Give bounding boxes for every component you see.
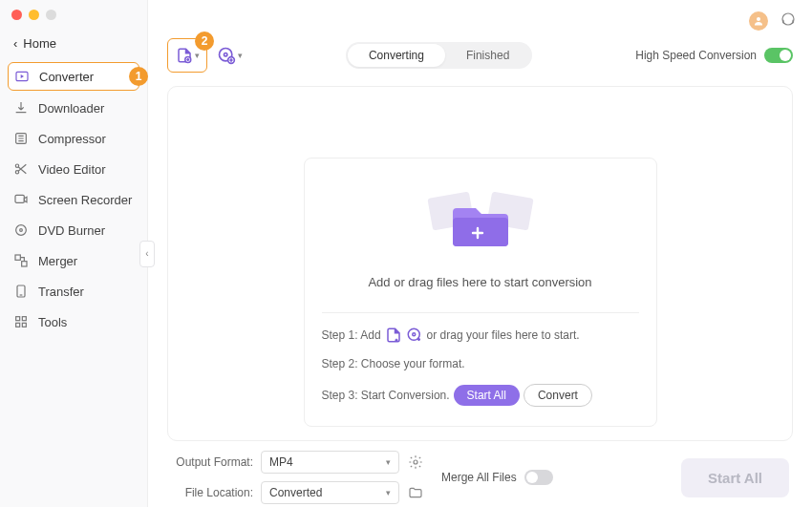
sidebar-item-dvd-burner[interactable]: DVD Burner <box>0 215 147 245</box>
file-location-row: File Location: Converted ▾ <box>171 481 424 504</box>
step1-pre: Step 1: Add <box>322 328 381 342</box>
steps-panel: Step 1: Add or drag your files here to s… <box>322 312 639 407</box>
svg-rect-13 <box>22 317 26 321</box>
chevron-down-icon: ▾ <box>238 51 243 60</box>
home-label: Home <box>23 36 56 51</box>
output-format-row: Output Format: MP4 ▾ <box>171 451 424 474</box>
output-format-label: Output Format: <box>171 455 253 469</box>
svg-point-8 <box>20 229 23 232</box>
sidebar-item-label: Merger <box>38 254 77 268</box>
sidebar-item-transfer[interactable]: Transfer <box>0 276 147 306</box>
annotation-badge-2: 2 <box>195 32 214 51</box>
main-area: ▾ ▾ Converting Finished High Speed Conve… <box>148 0 812 507</box>
merge-toggle[interactable] <box>524 470 553 485</box>
transfer-icon <box>13 284 29 299</box>
minimize-window-button[interactable] <box>29 10 39 20</box>
home-link[interactable]: ‹ Home <box>0 31 147 56</box>
svg-point-25 <box>414 460 417 464</box>
start-all-small-button[interactable]: Start All <box>454 385 520 406</box>
file-location-label: File Location: <box>171 486 253 499</box>
compressor-icon <box>13 131 29 146</box>
tools-icon <box>13 314 29 329</box>
merge-control: Merge All Files <box>441 470 553 485</box>
step1-post: or drag your files here to start. <box>427 328 580 342</box>
download-icon <box>13 100 29 116</box>
sidebar-item-video-editor[interactable]: Video Editor <box>0 154 147 184</box>
svg-rect-6 <box>15 195 24 202</box>
dropzone-text: Add or drag files here to start conversi… <box>322 275 639 289</box>
tab-finished[interactable]: Finished <box>445 44 530 67</box>
annotation-badge-1: 1 <box>129 67 148 86</box>
disc-add-icon <box>217 46 236 65</box>
high-speed-toggle[interactable] <box>764 48 793 63</box>
sidebar-item-label: Video Editor <box>38 162 106 177</box>
sidebar-item-tools[interactable]: Tools <box>0 306 147 337</box>
window-controls <box>11 10 56 20</box>
merge-label: Merge All Files <box>441 471 517 484</box>
chevron-left-icon: ‹ <box>13 36 17 51</box>
svg-rect-12 <box>16 317 20 321</box>
settings-icon[interactable] <box>407 454 424 471</box>
converter-icon <box>14 69 30 84</box>
svg-rect-15 <box>22 323 26 327</box>
sidebar: ‹ Home Converter 1 Downloader Compressor… <box>0 0 148 507</box>
step-3: Step 3: Start Conversion. Start All Conv… <box>322 384 639 407</box>
step-1: Step 1: Add or drag your files here to s… <box>322 327 639 344</box>
sidebar-item-label: Tools <box>38 315 67 329</box>
disc-icon <box>13 222 29 238</box>
sidebar-item-label: Compressor <box>38 132 106 146</box>
chevron-down-icon: ▾ <box>195 51 200 60</box>
title-bar <box>0 0 812 29</box>
svg-point-18 <box>224 53 227 56</box>
sidebar-item-downloader[interactable]: Downloader <box>0 93 147 123</box>
sidebar-item-screen-recorder[interactable]: Screen Recorder <box>0 184 147 215</box>
sidebar-collapse-handle[interactable]: ‹ <box>139 241 155 267</box>
file-add-icon <box>176 47 193 64</box>
nav-list: Converter 1 Downloader Compressor Video … <box>0 62 147 337</box>
folder-open-icon[interactable] <box>407 484 424 501</box>
svg-point-5 <box>15 171 18 174</box>
sidebar-item-compressor[interactable]: Compressor <box>0 123 147 154</box>
maximize-window-button[interactable] <box>46 10 56 20</box>
sidebar-item-label: Downloader <box>38 101 104 116</box>
merger-icon <box>13 253 29 268</box>
output-format-select[interactable]: MP4 ▾ <box>261 451 399 474</box>
output-format-value: MP4 <box>269 455 293 469</box>
close-window-button[interactable] <box>11 10 22 20</box>
svg-point-7 <box>16 225 27 236</box>
sidebar-item-converter[interactable]: Converter 1 <box>8 62 139 91</box>
svg-point-23 <box>408 328 419 340</box>
sidebar-item-label: Screen Recorder <box>38 193 132 207</box>
start-all-button[interactable]: Start All <box>681 458 789 497</box>
file-add-icon[interactable] <box>385 327 402 344</box>
disc-add-icon[interactable] <box>406 327 423 344</box>
scissors-icon <box>13 161 29 177</box>
svg-rect-10 <box>22 262 27 266</box>
svg-point-4 <box>15 164 18 167</box>
chevron-left-icon: ‹ <box>145 248 148 259</box>
toolbar: ▾ ▾ Converting Finished High Speed Conve… <box>167 38 793 73</box>
sidebar-item-label: DVD Burner <box>38 223 105 238</box>
status-tabs: Converting Finished <box>346 42 532 69</box>
folder-illustration <box>322 181 639 258</box>
high-speed-label: High Speed Conversion <box>635 49 757 62</box>
toolbar-right: High Speed Conversion <box>635 48 793 63</box>
sidebar-item-label: Transfer <box>38 285 84 299</box>
step3-pre: Step 3: Start Conversion. <box>322 389 450 402</box>
tab-converting[interactable]: Converting <box>348 44 445 67</box>
footer-bar: Output Format: MP4 ▾ File Location: Conv… <box>167 441 793 507</box>
file-location-select[interactable]: Converted ▾ <box>261 481 399 504</box>
svg-rect-14 <box>16 323 20 327</box>
dropzone[interactable]: Add or drag files here to start conversi… <box>304 158 657 427</box>
file-location-value: Converted <box>269 486 322 499</box>
content-card: Add or drag files here to start conversi… <box>167 86 793 441</box>
recorder-icon <box>13 192 29 207</box>
add-disc-button[interactable]: ▾ <box>217 46 243 65</box>
chevron-down-icon: ▾ <box>386 457 391 467</box>
chevron-down-icon: ▾ <box>386 488 391 497</box>
svg-rect-9 <box>15 255 20 260</box>
convert-small-button[interactable]: Convert <box>524 384 592 407</box>
sidebar-item-merger[interactable]: Merger <box>0 245 147 276</box>
sidebar-item-label: Converter <box>39 70 94 84</box>
footer-left: Output Format: MP4 ▾ File Location: Conv… <box>171 451 424 504</box>
